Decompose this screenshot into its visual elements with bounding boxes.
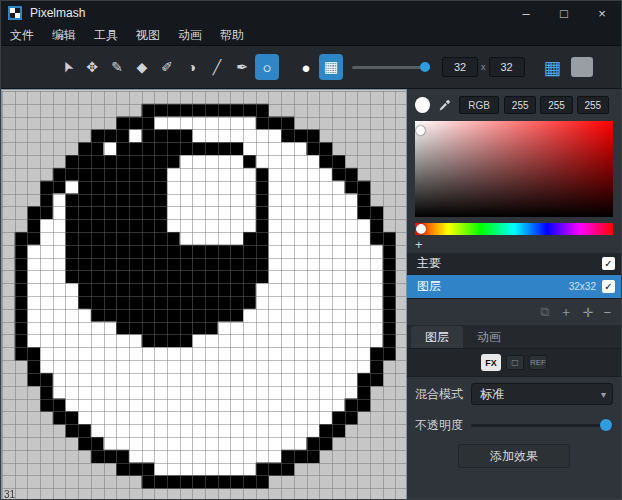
opacity-row: 不透明度 bbox=[415, 411, 613, 439]
menu-edit[interactable]: 编辑 bbox=[43, 25, 85, 45]
eyedropper-icon bbox=[438, 99, 451, 112]
opacity-label: 不透明度 bbox=[415, 417, 463, 434]
menu-animation[interactable]: 动画 bbox=[169, 25, 211, 45]
blend-mode-select[interactable]: 标准 ▾ bbox=[471, 383, 613, 405]
line-tool-button[interactable]: ╱ bbox=[205, 54, 229, 80]
minimize-button[interactable]: – bbox=[507, 1, 545, 25]
slider-track bbox=[352, 66, 430, 69]
hue-slider-handle[interactable] bbox=[416, 224, 426, 234]
add-effect-row: 添加效果 bbox=[415, 439, 613, 473]
app-icon bbox=[8, 6, 22, 20]
brush-shape-circle-button[interactable]: ● bbox=[294, 54, 318, 80]
layer-size-label: 32x32 bbox=[569, 281, 596, 292]
eraser-tool-button[interactable]: ◆ bbox=[130, 54, 154, 80]
layer-name: 主要 bbox=[417, 255, 602, 272]
dither-toggle-button[interactable]: ▦ bbox=[319, 54, 343, 80]
tab-animation[interactable]: 动画 bbox=[463, 326, 515, 348]
canvas-height-input[interactable]: 32 bbox=[489, 57, 525, 77]
panel-tab-strip: 图层 动画 bbox=[407, 325, 621, 349]
title-bar: Pixelmash – □ × bbox=[1, 1, 621, 25]
maximize-button[interactable]: □ bbox=[545, 1, 583, 25]
layer-visibility-checkbox[interactable]: ✓ bbox=[602, 280, 615, 293]
color-mode-button[interactable]: RGB bbox=[459, 96, 499, 114]
select-tool-button[interactable]: ➤ bbox=[55, 54, 79, 80]
secondary-toggle-button[interactable] bbox=[571, 57, 593, 77]
window-controls: – □ × bbox=[507, 1, 621, 25]
size-separator: x bbox=[481, 62, 486, 72]
menu-help[interactable]: 帮助 bbox=[211, 25, 253, 45]
chevron-down-icon: ▾ bbox=[601, 389, 606, 400]
ghost-layer-button[interactable]: ▢ bbox=[506, 355, 524, 370]
menu-tools[interactable]: 工具 bbox=[85, 25, 127, 45]
layer-row-selected[interactable]: 图层 32x32 ✓ bbox=[407, 275, 621, 299]
hue-slider[interactable] bbox=[415, 223, 613, 235]
layer-row-main[interactable]: 主要 ✓ bbox=[407, 253, 621, 275]
canvas-width-input[interactable]: 32 bbox=[442, 57, 478, 77]
grid-toggle-button[interactable]: ▦ bbox=[539, 54, 567, 80]
add-effect-button[interactable]: 添加效果 bbox=[458, 444, 570, 468]
tool-bar: ➤ ✥ ✎ ◆ ✐ ◑ ╱ ✒ ○ ● ▦ 32 x 32 ▦ bbox=[1, 46, 621, 89]
tab-layers[interactable]: 图层 bbox=[411, 326, 463, 348]
red-value-input[interactable]: 255 bbox=[504, 96, 536, 114]
add-swatch-button[interactable]: + bbox=[415, 237, 613, 253]
pencil-tool-button[interactable]: ✎ bbox=[105, 54, 129, 80]
menu-file[interactable]: 文件 bbox=[1, 25, 43, 45]
canvas-status-text: 31 bbox=[4, 489, 15, 500]
brush-tool-button[interactable]: ✐ bbox=[155, 54, 179, 80]
fx-button[interactable]: FX bbox=[481, 354, 501, 371]
menu-view[interactable]: 视图 bbox=[127, 25, 169, 45]
layer-name: 图层 bbox=[417, 278, 569, 295]
main-area: 31 RGB 255 255 255 bbox=[1, 89, 621, 500]
layer-actions-bar: ⧉ ＋ ✛ − bbox=[415, 299, 613, 325]
pixel-canvas[interactable] bbox=[2, 91, 407, 500]
side-panel: RGB 255 255 255 + 主要 ✓ 图层 32x32 ✓ bbox=[407, 89, 621, 500]
close-button[interactable]: × bbox=[583, 1, 621, 25]
cursor-arrow-icon: ➤ bbox=[57, 58, 76, 75]
layer-visibility-checkbox[interactable]: ✓ bbox=[602, 257, 615, 270]
duplicate-layer-button[interactable]: ⧉ bbox=[540, 304, 549, 320]
move-tool-button[interactable]: ✥ bbox=[80, 54, 104, 80]
add-layer-button[interactable]: ＋ bbox=[560, 303, 573, 321]
current-color-swatch[interactable] bbox=[415, 97, 430, 113]
brush-size-slider[interactable] bbox=[352, 59, 430, 75]
blend-mode-row: 混合模式 标准 ▾ bbox=[415, 377, 613, 411]
fx-strip: FX ▢ REF bbox=[407, 349, 621, 377]
opacity-slider-handle[interactable] bbox=[600, 419, 612, 431]
blend-mode-value: 标准 bbox=[480, 386, 504, 403]
add-special-layer-button[interactable]: ✛ bbox=[583, 305, 594, 320]
opacity-slider-track bbox=[471, 424, 613, 427]
sv-picker-handle[interactable] bbox=[416, 126, 425, 135]
blend-mode-label: 混合模式 bbox=[415, 386, 463, 403]
blue-value-input[interactable]: 255 bbox=[577, 96, 609, 114]
eyedropper-button[interactable] bbox=[435, 96, 454, 114]
opacity-slider[interactable] bbox=[471, 417, 613, 433]
dither-pen-tool-button[interactable]: ✒ bbox=[230, 54, 254, 80]
reference-layer-button[interactable]: REF bbox=[529, 355, 547, 370]
delete-layer-button[interactable]: − bbox=[603, 305, 611, 320]
ellipse-tool-button[interactable]: ○ bbox=[255, 54, 279, 80]
window-title: Pixelmash bbox=[30, 6, 85, 20]
color-row: RGB 255 255 255 bbox=[415, 95, 613, 115]
green-value-input[interactable]: 255 bbox=[540, 96, 572, 114]
slider-handle[interactable] bbox=[420, 62, 430, 72]
saturation-value-picker[interactable] bbox=[415, 121, 613, 217]
menu-bar: 文件 编辑 工具 视图 动画 帮助 bbox=[1, 25, 621, 46]
pixelmash-window: Pixelmash – □ × 文件 编辑 工具 视图 动画 帮助 ➤ ✥ ✎ … bbox=[0, 0, 622, 500]
canvas-pane: 31 bbox=[1, 89, 407, 500]
shade-tool-button[interactable]: ◑ bbox=[180, 54, 204, 80]
